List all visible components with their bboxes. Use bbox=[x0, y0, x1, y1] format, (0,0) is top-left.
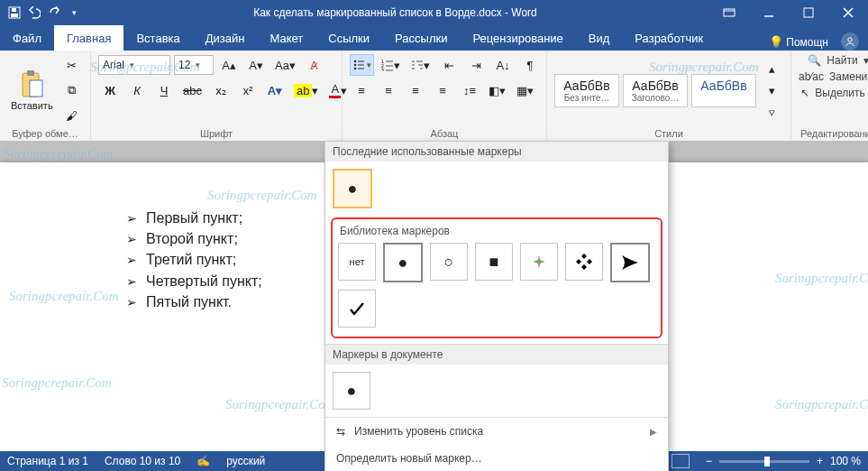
tab-view[interactable]: Вид bbox=[576, 25, 623, 51]
change-list-level[interactable]: ⇆ Изменить уровень списка ▶ bbox=[325, 418, 668, 445]
bullet-disc[interactable]: ● bbox=[383, 243, 423, 282]
undo-icon[interactable] bbox=[27, 5, 41, 20]
style-heading[interactable]: АаБбВв Заголово… bbox=[623, 74, 688, 107]
superscript-button[interactable]: x² bbox=[236, 79, 260, 101]
increase-indent-button[interactable]: ⇥ bbox=[464, 54, 488, 76]
font-name-value: Arial bbox=[103, 59, 124, 71]
zoom-out-icon[interactable]: − bbox=[706, 455, 712, 467]
replace-icon: ab⁄ac bbox=[799, 70, 824, 83]
tab-file[interactable]: Файл bbox=[0, 25, 54, 51]
bullet-diamonds[interactable] bbox=[565, 243, 603, 281]
define-new-bullet[interactable]: Определить новый маркер… bbox=[325, 445, 668, 471]
find-button[interactable]: 🔍Найти ▾ bbox=[808, 54, 868, 67]
group-font-label: Шрифт bbox=[98, 126, 334, 139]
tab-design[interactable]: Дизайн bbox=[193, 25, 258, 51]
status-words[interactable]: Слово 10 из 10 bbox=[105, 455, 180, 467]
multilevel-list-button[interactable]: ▾ bbox=[407, 54, 434, 76]
maximize-button[interactable] bbox=[789, 0, 828, 25]
borders-button[interactable]: ▦▾ bbox=[513, 79, 537, 101]
tab-home[interactable]: Главная bbox=[54, 25, 123, 51]
ribbon-display-options-icon[interactable] bbox=[709, 0, 749, 25]
bullet-checkmark[interactable] bbox=[338, 290, 376, 328]
cut-button[interactable]: ✂ bbox=[60, 54, 84, 76]
tell-me[interactable]: 💡 Помощн bbox=[769, 35, 828, 49]
text-effects-button[interactable]: A▾ bbox=[263, 79, 287, 101]
tab-review[interactable]: Рецензирование bbox=[460, 25, 575, 51]
view-web-icon[interactable] bbox=[672, 454, 690, 468]
zoom-in-icon[interactable]: + bbox=[817, 455, 823, 467]
status-page[interactable]: Страница 1 из 1 bbox=[7, 455, 88, 467]
show-marks-button[interactable]: ¶ bbox=[518, 54, 542, 76]
bullet-none[interactable]: нет bbox=[338, 243, 376, 281]
tab-developer[interactable]: Разработчик bbox=[622, 25, 716, 51]
zoom-value[interactable]: 100 % bbox=[830, 455, 861, 467]
style-accent[interactable]: АаБбВв bbox=[691, 74, 756, 107]
sort-button[interactable]: A↓ bbox=[491, 54, 515, 76]
status-language[interactable]: русский bbox=[226, 455, 265, 467]
subscript-button[interactable]: x₂ bbox=[209, 79, 233, 101]
numbering-button[interactable]: 123▾ bbox=[378, 54, 404, 76]
define-new-label: Определить новый маркер… bbox=[336, 452, 482, 465]
underline-button[interactable]: Ч bbox=[152, 79, 176, 101]
group-editing-label: Редактирование bbox=[799, 126, 868, 139]
shading-button[interactable]: ◧▾ bbox=[485, 79, 509, 101]
list-text: Четвертый пункт; bbox=[146, 271, 262, 291]
bullets-split-button[interactable]: ▾ bbox=[350, 54, 374, 76]
redo-icon[interactable] bbox=[47, 5, 61, 20]
cursor-icon: ↖ bbox=[800, 87, 809, 99]
bullet-recent-disc[interactable]: ● bbox=[333, 169, 372, 208]
ribbon: Вставить ✂ ⧉ 🖌 Буфер обме… Arial▾ 12▾ A▴… bbox=[0, 51, 868, 142]
svg-text:3: 3 bbox=[381, 68, 384, 71]
font-size-combo[interactable]: 12▾ bbox=[174, 55, 214, 75]
zoom-slider[interactable]: − + 100 % bbox=[706, 455, 861, 467]
styles-gallery-up-icon[interactable]: ▴ bbox=[760, 58, 783, 79]
align-right-button[interactable]: ≡ bbox=[404, 79, 427, 101]
grow-font-button[interactable]: A▴ bbox=[217, 54, 241, 76]
minimize-button[interactable] bbox=[749, 0, 789, 25]
font-name-combo[interactable]: Arial▾ bbox=[98, 55, 170, 75]
ribbon-tabs: Файл Главная Вставка Дизайн Макет Ссылки… bbox=[0, 25, 868, 51]
lightbulb-icon: 💡 bbox=[769, 35, 783, 49]
group-clipboard-label: Буфер обме… bbox=[7, 126, 83, 139]
strikethrough-button[interactable]: abc bbox=[179, 79, 206, 101]
align-left-button[interactable]: ≡ bbox=[350, 79, 373, 101]
justify-button[interactable]: ≡ bbox=[431, 79, 454, 101]
search-icon: 🔍 bbox=[808, 54, 821, 67]
tab-mailings[interactable]: Рассылки bbox=[382, 25, 460, 51]
line-spacing-button[interactable]: ↕≡ bbox=[458, 79, 481, 101]
share-icon[interactable] bbox=[841, 32, 859, 51]
align-center-button[interactable]: ≡ bbox=[377, 79, 400, 101]
copy-button[interactable]: ⧉ bbox=[60, 79, 84, 101]
styles-gallery-more-icon[interactable]: ▿ bbox=[760, 101, 783, 123]
bullet-arrowhead[interactable] bbox=[610, 243, 650, 282]
bullet-circle[interactable]: ○ bbox=[430, 243, 468, 281]
status-proofing-icon[interactable]: ✍ bbox=[196, 455, 210, 467]
tab-references[interactable]: Ссылки bbox=[315, 25, 382, 51]
indent-icon: ⇆ bbox=[336, 425, 345, 438]
highlight-button[interactable]: ab▾ bbox=[290, 79, 322, 101]
bullet-4diamond[interactable] bbox=[520, 243, 558, 281]
italic-button[interactable]: К bbox=[125, 79, 149, 101]
change-level-label: Изменить уровень списка bbox=[354, 425, 483, 438]
font-size-value: 12 bbox=[178, 59, 190, 71]
close-button[interactable] bbox=[828, 0, 868, 25]
svg-point-9 bbox=[354, 60, 357, 63]
style-normal[interactable]: АаБбВв Без инте… bbox=[554, 74, 619, 107]
clear-formatting-button[interactable]: A̷ bbox=[303, 54, 326, 76]
save-icon[interactable] bbox=[7, 5, 22, 20]
tab-insert[interactable]: Вставка bbox=[123, 25, 192, 51]
tab-layout[interactable]: Макет bbox=[257, 25, 315, 51]
select-button[interactable]: ↖Выделить ▾ bbox=[800, 87, 868, 99]
replace-button[interactable]: ab⁄acЗаменить bbox=[799, 70, 868, 83]
bullet-indoc-disc[interactable]: ● bbox=[333, 372, 370, 410]
qat-customize-icon[interactable]: ▾ bbox=[67, 5, 81, 20]
paste-button[interactable]: Вставить bbox=[7, 68, 57, 113]
styles-gallery-down-icon[interactable]: ▾ bbox=[760, 79, 783, 101]
window-title: Как сделать маркированный список в Ворде… bbox=[81, 6, 709, 19]
format-painter-button[interactable]: 🖌 bbox=[60, 105, 84, 126]
bullet-square[interactable]: ■ bbox=[475, 243, 513, 281]
change-case-button[interactable]: Aa▾ bbox=[271, 54, 299, 76]
shrink-font-button[interactable]: A▾ bbox=[244, 54, 268, 76]
bold-button[interactable]: Ж bbox=[98, 79, 122, 101]
decrease-indent-button[interactable]: ⇤ bbox=[437, 54, 461, 76]
